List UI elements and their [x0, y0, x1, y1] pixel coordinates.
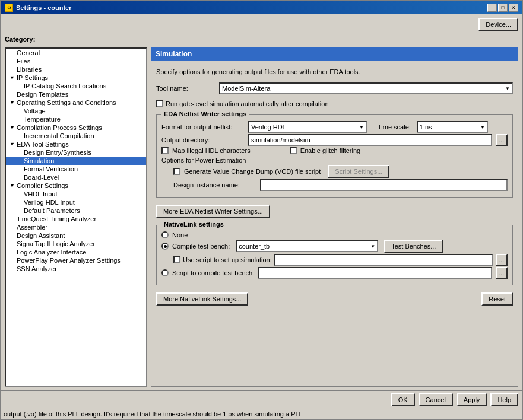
bottom-buttons-row: More NativeLink Settings... Reset — [156, 292, 513, 306]
test-benches-button[interactable]: Test Benches... — [384, 240, 443, 253]
tool-name-combo[interactable]: ModelSim-Altera ▼ — [219, 82, 513, 94]
use-script-label: Use script to set up simulation: — [183, 256, 272, 263]
sidebar-item-powerplay[interactable]: PowerPlay Power Analyzer Settings — [6, 256, 146, 265]
design-instance-input[interactable] — [260, 179, 508, 191]
sidebar-item-signaltap[interactable]: SignalTap II Logic Analyzer — [6, 240, 146, 248]
sidebar-item-temperature[interactable]: Temperature — [6, 115, 146, 123]
sidebar-item-ssn-analyzer[interactable]: SSN Analyzer — [6, 265, 146, 273]
output-dir-row: Output directory: ... — [161, 134, 508, 146]
script-compile-input[interactable] — [258, 267, 492, 279]
format-row: Format for output netlist: Verilog HDL ▼… — [161, 121, 508, 133]
script-compile-radio[interactable] — [161, 269, 169, 276]
map-illegal-checkbox[interactable] — [161, 147, 169, 154]
title-buttons: — □ ✕ — [487, 4, 518, 12]
combo-arrow-icon: ▼ — [505, 86, 510, 91]
sidebar-item-files[interactable]: Files — [6, 57, 146, 65]
apply-button[interactable]: Apply — [457, 393, 487, 406]
sidebar-item-ip-catalog[interactable]: IP Catalog Search Locations — [6, 82, 146, 90]
compiler-expander: ▼ — [9, 183, 15, 189]
enable-glitch-label: Enable glitch filtering — [300, 147, 361, 154]
status-bar: output (.vo) file of this PLL design. It… — [1, 409, 522, 419]
sidebar-item-formal-verification[interactable]: Formal Verification — [6, 165, 146, 173]
sidebar-item-logic-analyzer[interactable]: Logic Analyzer Interface — [6, 248, 146, 256]
more-eda-row: More EDA Netlist Writer Settings... — [156, 205, 513, 218]
title-bar-left: ⚙ Settings - counter — [5, 4, 72, 12]
eda-expander: ▼ — [9, 141, 15, 147]
generate-vcd-checkbox[interactable] — [173, 168, 180, 175]
reset-button[interactable]: Reset — [481, 292, 513, 306]
maximize-button[interactable]: □ — [498, 4, 508, 12]
output-dir-browse-button[interactable]: ... — [496, 134, 508, 146]
sidebar-item-vhdl-input[interactable]: VHDL Input — [6, 190, 146, 198]
none-label: None — [172, 231, 188, 238]
use-script-checkbox[interactable] — [173, 256, 180, 263]
main-area: General Files Libraries ▼ IP Settings IP… — [5, 47, 518, 387]
enable-glitch-checkbox[interactable] — [290, 147, 297, 154]
format-label: Format for output netlist: — [161, 123, 245, 131]
more-nativelink-button[interactable]: More NativeLink Settings... — [156, 292, 248, 306]
output-dir-input[interactable] — [248, 134, 492, 146]
panel-content: Specify options for generating output fi… — [151, 63, 518, 387]
minimize-button[interactable]: — — [487, 4, 497, 12]
nativelink-group: NativeLink settings None Compile test be… — [156, 225, 513, 285]
help-button[interactable]: Help — [490, 393, 518, 406]
timescale-combo[interactable]: 1 ns ▼ — [417, 121, 488, 133]
ok-button[interactable]: OK — [391, 393, 415, 406]
map-illegal-label: Map illegal HDL characters — [172, 147, 251, 154]
compile-testbench-radio[interactable] — [161, 243, 169, 250]
sidebar-item-simulation[interactable]: Simulation — [6, 157, 146, 165]
eda-netlist-group-label: EDA Netlist Writer settings — [161, 110, 249, 117]
script-compile-row: Script to compile test bench: ... — [161, 267, 508, 279]
none-radio[interactable] — [161, 231, 169, 238]
format-combo[interactable]: Verilog HDL ▼ — [248, 121, 367, 133]
sidebar-item-timequest[interactable]: TimeQuest Timing Analyzer — [6, 215, 146, 223]
sidebar-item-design-templates[interactable]: Design Templates — [6, 90, 146, 98]
sidebar-item-design-entry[interactable]: Design Entry/Synthesis — [6, 148, 146, 157]
sidebar-item-verilog-input[interactable]: Verilog HDL Input — [6, 198, 146, 206]
timescale-combo-arrow-icon: ▼ — [480, 125, 485, 130]
tool-name-row: Tool name: ModelSim-Altera ▼ — [156, 82, 513, 94]
sidebar-item-board-level[interactable]: Board-Level — [6, 173, 146, 182]
script-settings-button: Script Settings... — [328, 165, 389, 178]
sidebar[interactable]: General Files Libraries ▼ IP Settings IP… — [5, 47, 147, 387]
output-dir-label: Output directory: — [161, 136, 245, 144]
none-radio-row: None — [161, 231, 508, 238]
ip-settings-expander: ▼ — [9, 75, 15, 81]
category-label: Category: — [5, 36, 35, 43]
nativelink-group-label: NativeLink settings — [161, 221, 226, 228]
testbench-combo[interactable]: counter_tb ▼ — [236, 240, 378, 252]
sidebar-item-libraries[interactable]: Libraries — [6, 65, 146, 74]
radio-selected-icon — [164, 245, 167, 248]
use-script-input[interactable] — [274, 254, 493, 266]
sidebar-item-compiler-settings[interactable]: ▼ Compiler Settings — [6, 182, 146, 190]
sidebar-item-ip-settings[interactable]: ▼ IP Settings — [6, 74, 146, 82]
sidebar-item-eda-tool[interactable]: ▼ EDA Tool Settings — [6, 140, 146, 148]
status-text: output (.vo) file of this PLL design. It… — [4, 411, 303, 418]
sidebar-item-compilation-process[interactable]: ▼ Compilation Process Settings — [6, 123, 146, 132]
sidebar-item-incremental[interactable]: Incremental Compilation — [6, 132, 146, 140]
design-instance-row: Design instance name: — [173, 179, 508, 191]
close-button[interactable]: ✕ — [509, 4, 518, 12]
sidebar-item-voltage[interactable]: Voltage — [6, 107, 146, 115]
sidebar-item-default-params[interactable]: Default Parameters — [6, 206, 146, 215]
sidebar-item-assembler[interactable]: Assembler — [6, 223, 146, 231]
format-combo-arrow-icon: ▼ — [359, 125, 364, 130]
device-button[interactable]: Device... — [478, 18, 518, 31]
hdl-options-row: Map illegal HDL characters Enable glitch… — [161, 147, 508, 154]
run-auto-checkbox[interactable] — [156, 100, 163, 107]
script-compile-label: Script to compile test bench: — [172, 269, 254, 276]
cancel-button[interactable]: Cancel — [419, 393, 453, 406]
tool-name-label: Tool name: — [156, 85, 215, 92]
more-eda-button[interactable]: More EDA Netlist Writer Settings... — [156, 205, 270, 218]
sidebar-item-operating-settings[interactable]: ▼ Operating Settings and Conditions — [6, 98, 146, 107]
compile-testbench-label: Compile test bench: — [172, 243, 230, 250]
compilation-expander: ▼ — [9, 125, 15, 131]
sidebar-item-design-assistant[interactable]: Design Assistant — [6, 231, 146, 240]
eda-netlist-group: EDA Netlist Writer settings Format for o… — [156, 114, 513, 198]
generate-vcd-row: Generate Value Change Dump (VCD) file sc… — [173, 165, 508, 178]
sidebar-item-general[interactable]: General — [6, 49, 146, 57]
script-compile-browse-button[interactable]: ... — [496, 267, 508, 279]
run-auto-row: Run gate-level simulation automatically … — [156, 100, 513, 107]
run-auto-label: Run gate-level simulation automatically … — [166, 100, 329, 107]
use-script-browse-button[interactable]: ... — [496, 254, 508, 266]
